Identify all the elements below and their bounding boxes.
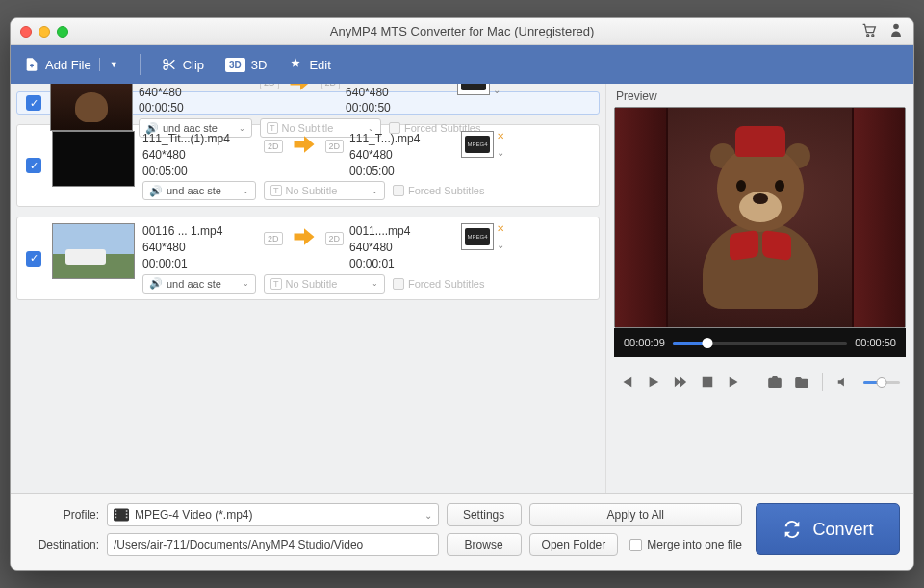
user-icon[interactable] <box>890 23 902 39</box>
forced-subtitles-toggle[interactable]: Forced Subtitles <box>393 278 484 290</box>
snapshot-button[interactable] <box>768 374 782 390</box>
source-filename: 00116 ... 1.mp4 <box>142 223 258 240</box>
audio-track-value: und aac ste <box>167 278 221 290</box>
preview-timebar: 00:00:09 00:00:50 <box>614 328 906 357</box>
forced-subtitles-checkbox[interactable] <box>393 278 404 290</box>
row-remove-icon[interactable]: ✕ <box>497 131 504 141</box>
source-resolution: 640*480 <box>139 85 254 101</box>
svg-rect-5 <box>703 377 713 388</box>
destination-label: Destination: <box>24 538 99 551</box>
clip-label: Clip <box>183 58 204 72</box>
dest-filename: 111_T...).mp4 <box>349 131 455 147</box>
arrow-icon <box>287 84 314 98</box>
destination-field[interactable]: /Users/air-711/Documents/AnyMP4 Studio/V… <box>107 533 439 556</box>
convert-icon <box>782 519 803 540</box>
play-button[interactable] <box>647 374 660 390</box>
fast-forward-button[interactable] <box>674 374 687 390</box>
chevron-down-icon: ⌄ <box>372 279 378 288</box>
dest-resolution: 640*480 <box>349 240 455 256</box>
edit-button[interactable]: Edit <box>288 57 330 72</box>
audio-track-select[interactable]: 🔊 und aac ste ⌄ <box>142 181 256 200</box>
svg-point-4 <box>164 65 167 69</box>
cart-icon[interactable] <box>861 23 877 39</box>
dest-dim-badge: 2D <box>325 232 345 245</box>
forced-subtitles-label: Forced Subtitles <box>408 278 484 290</box>
titlebar: AnyMP4 MTS Converter for Mac (Unregister… <box>11 18 913 45</box>
preview-seek-slider[interactable] <box>673 342 847 345</box>
add-file-dropdown-icon[interactable]: ▼ <box>110 60 118 69</box>
merge-checkbox[interactable] <box>629 539 642 551</box>
row-down-icon[interactable]: ⌄ <box>497 240 504 250</box>
settings-button[interactable]: Settings <box>447 503 522 526</box>
file-row[interactable]: ✓ 111_Tit...(1).mp4 640*480 00:05:00 2D … <box>16 124 600 207</box>
preview-time-current: 00:00:09 <box>624 337 665 348</box>
row-down-icon[interactable]: ⌄ <box>493 85 500 95</box>
subtitle-select[interactable]: T No Subtitle ⌄ <box>264 274 385 294</box>
dest-duration: 00:00:01 <box>349 256 455 272</box>
prev-button[interactable] <box>620 374 633 390</box>
dest-dim-badge: 2D <box>325 140 345 153</box>
svg-point-7 <box>772 380 777 385</box>
volume-icon[interactable] <box>836 374 850 390</box>
dest-dim-badge: 2D <box>321 84 341 89</box>
subtitle-select[interactable]: T No Subtitle ⌄ <box>264 181 385 200</box>
output-format-button[interactable]: MPEG4 <box>457 84 490 95</box>
convert-button[interactable]: Convert <box>756 503 900 555</box>
snapshot-folder-button[interactable] <box>795 374 808 390</box>
file-row[interactable]: ✓ [丛林大反...4.mp4 640*480 00:00:50 2D 2D <box>16 91 600 115</box>
forced-subtitles-checkbox[interactable] <box>393 185 404 196</box>
output-format-button[interactable]: MPEG4 <box>461 131 494 158</box>
row-thumbnail[interactable] <box>50 84 133 131</box>
row-down-icon[interactable]: ⌄ <box>497 147 504 158</box>
row-remove-icon[interactable]: ✕ <box>497 223 504 234</box>
source-dim-badge: 2D <box>264 140 283 153</box>
3d-button[interactable]: 3D 3D <box>225 58 267 72</box>
edit-label: Edit <box>309 58 330 72</box>
row-thumbnail[interactable] <box>52 131 135 187</box>
preview-panel: Preview 00:00:09 <box>605 84 913 493</box>
svg-rect-9 <box>116 510 117 512</box>
row-thumbnail[interactable] <box>52 223 135 279</box>
svg-rect-10 <box>116 513 117 515</box>
file-list: ✓ [丛林大反...4.mp4 640*480 00:00:50 2D 2D <box>11 84 605 493</box>
svg-point-1 <box>872 35 874 37</box>
fullscreen-window-button[interactable] <box>57 26 68 38</box>
chevron-down-icon: ⌄ <box>243 187 249 195</box>
toolbar: Add File ▼ Clip 3D 3D Edit <box>11 45 913 84</box>
browse-button[interactable]: Browse <box>447 533 522 556</box>
row-checkbox[interactable]: ✓ <box>26 95 41 111</box>
player-controls <box>614 363 906 401</box>
profile-select[interactable]: MPEG-4 Video (*.mp4) ⌄ <box>107 503 439 526</box>
svg-rect-14 <box>126 517 128 519</box>
close-window-button[interactable] <box>20 26 32 38</box>
audio-track-select[interactable]: 🔊 und aac ste ⌄ <box>142 274 256 294</box>
3d-label: 3D <box>251 58 268 72</box>
stop-button[interactable] <box>701 374 714 390</box>
row-checkbox[interactable]: ✓ <box>26 251 41 267</box>
volume-slider[interactable] <box>863 381 900 384</box>
speaker-icon: 🔊 <box>149 185 163 197</box>
forced-subtitles-label: Forced Subtitles <box>408 185 484 196</box>
profile-value: MPEG-4 Video (*.mp4) <box>135 508 253 522</box>
audio-track-value: und aac ste <box>167 185 221 196</box>
output-format-button[interactable]: MPEG4 <box>461 223 494 250</box>
apply-to-all-button[interactable]: Apply to All <box>529 503 742 526</box>
chevron-down-icon: ⌄ <box>424 510 432 521</box>
preview-video[interactable] <box>614 107 906 328</box>
file-row[interactable]: ✓ 00116 ... 1.mp4 640*480 00:00:01 2D 2D <box>16 217 600 299</box>
forced-subtitles-toggle[interactable]: Forced Subtitles <box>393 185 484 196</box>
minimize-window-button[interactable] <box>38 26 50 38</box>
open-folder-button[interactable]: Open Folder <box>529 533 619 556</box>
arrow-icon <box>291 131 318 162</box>
clip-button[interactable]: Clip <box>162 57 204 72</box>
row-checkbox[interactable]: ✓ <box>26 158 41 173</box>
source-resolution: 640*480 <box>142 240 258 256</box>
add-file-button[interactable]: Add File ▼ <box>24 57 118 72</box>
svg-rect-12 <box>126 510 128 512</box>
source-duration: 00:00:50 <box>139 100 254 116</box>
subtitle-value: No Subtitle <box>286 185 338 196</box>
next-button[interactable] <box>728 374 741 390</box>
merge-checkbox-wrap[interactable]: Merge into one file <box>629 538 742 551</box>
source-duration: 00:00:01 <box>142 256 258 272</box>
merge-label: Merge into one file <box>647 538 742 551</box>
